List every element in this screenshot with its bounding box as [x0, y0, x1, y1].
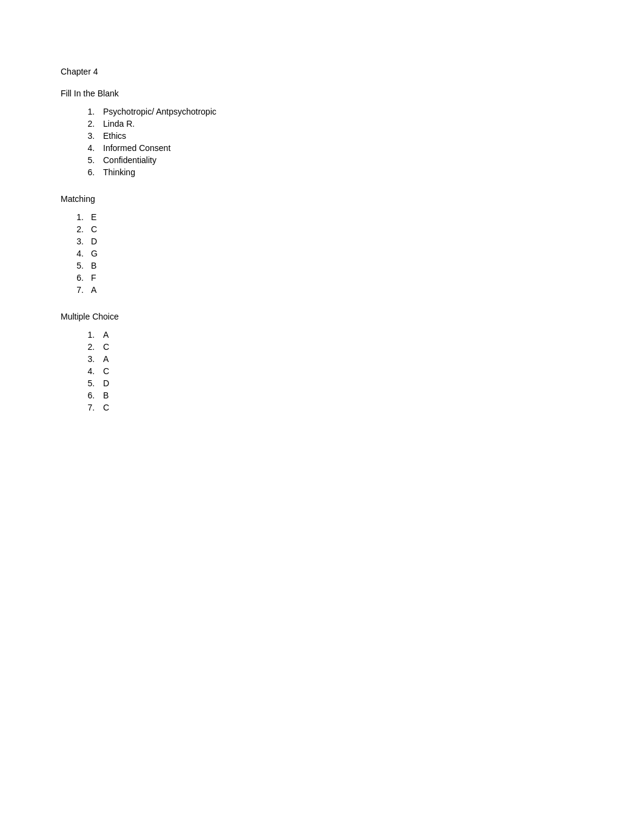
- list-item: Psychotropic/ Antpsychotropic: [97, 107, 583, 116]
- item-number: 4.: [73, 249, 84, 258]
- list-item: 2. C: [73, 224, 583, 234]
- list-item: Linda R.: [97, 119, 583, 129]
- item-answer: B: [91, 261, 96, 270]
- list-item: C: [97, 366, 583, 376]
- item-answer: G: [91, 249, 98, 258]
- list-item: B: [97, 391, 583, 400]
- list-item: 6. F: [73, 273, 583, 283]
- item-number: 5.: [73, 261, 84, 270]
- multiple-choice-heading: Multiple Choice: [61, 312, 583, 321]
- list-item: C: [97, 342, 583, 352]
- list-item: 4. G: [73, 249, 583, 258]
- matching-section: Matching 1. E 2. C 3. D 4. G 5. B: [61, 194, 583, 295]
- list-item: C: [97, 403, 583, 412]
- matching-list: 1. E 2. C 3. D 4. G 5. B 6. F: [61, 212, 583, 295]
- list-item: D: [97, 378, 583, 388]
- item-answer: E: [91, 212, 96, 222]
- item-answer: A: [91, 285, 96, 295]
- list-item: 1. E: [73, 212, 583, 222]
- item-answer: C: [91, 224, 97, 234]
- list-item: 7. A: [73, 285, 583, 295]
- page-content: Chapter 4 Fill In the Blank Psychotropic…: [0, 0, 644, 490]
- chapter-heading: Chapter 4: [61, 67, 583, 76]
- list-item: Confidentiality: [97, 155, 583, 165]
- item-answer: D: [91, 236, 97, 246]
- list-item: A: [97, 354, 583, 364]
- list-item: Ethics: [97, 131, 583, 141]
- fill-in-blank-heading: Fill In the Blank: [61, 89, 583, 98]
- list-item: Informed Consent: [97, 143, 583, 153]
- list-item: 5. B: [73, 261, 583, 270]
- item-number: 7.: [73, 285, 84, 295]
- item-answer: F: [91, 273, 96, 283]
- multiple-choice-section: Multiple Choice A C A C D B C: [61, 312, 583, 412]
- list-item: A: [97, 330, 583, 340]
- fill-in-blank-list: Psychotropic/ Antpsychotropic Linda R. E…: [61, 107, 583, 177]
- item-number: 6.: [73, 273, 84, 283]
- list-item: 3. D: [73, 236, 583, 246]
- multiple-choice-list: A C A C D B C: [61, 330, 583, 412]
- item-number: 3.: [73, 236, 84, 246]
- matching-heading: Matching: [61, 194, 583, 204]
- item-number: 2.: [73, 224, 84, 234]
- list-item: Thinking: [97, 167, 583, 177]
- item-number: 1.: [73, 212, 84, 222]
